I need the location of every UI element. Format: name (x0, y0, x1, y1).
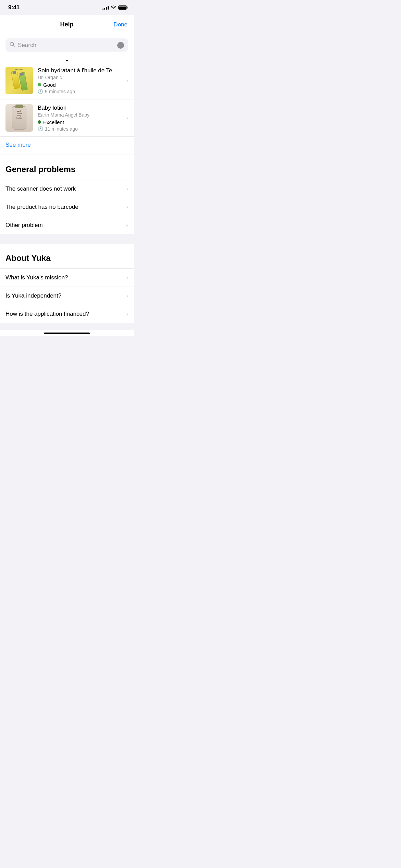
product-brand: Earth Mama Angel Baby (38, 112, 121, 118)
chevron-right-icon: › (126, 311, 128, 317)
chevron-right-icon: › (126, 77, 128, 84)
help-item-label: The scanner does not work (5, 185, 126, 192)
done-button[interactable]: Done (113, 21, 127, 28)
rating-dot-excellent (38, 120, 41, 124)
help-item-label: The product has no barcode (5, 204, 126, 210)
nav-bar: Help Done (0, 15, 134, 34)
product-item[interactable]: dr.organic Soin hydratant à l'huile de T… (0, 62, 134, 99)
product-name: Baby lotion (38, 105, 121, 111)
home-indicator (0, 330, 134, 336)
search-dot (117, 42, 124, 49)
product-info: Baby lotion Earth Mama Angel Baby Excell… (38, 105, 121, 132)
chevron-right-icon: › (126, 204, 128, 210)
product-image-dr-organic: dr.organic (5, 67, 33, 94)
chevron-right-icon: › (126, 274, 128, 281)
status-icons (102, 5, 127, 10)
clock-icon: 🕐 (38, 126, 43, 131)
top-separator (0, 58, 134, 62)
home-bar (44, 333, 90, 334)
page-title: Help (60, 21, 73, 28)
battery-icon (118, 5, 127, 10)
chevron-right-icon: › (126, 292, 128, 299)
section-title-yuka: About Yuka (0, 244, 134, 268)
product-rating: Good (38, 82, 121, 88)
wifi-icon (111, 5, 116, 10)
status-time: 9:41 (8, 4, 20, 11)
signal-icon (102, 5, 109, 10)
search-icon (10, 42, 15, 49)
rating-dot-good (38, 83, 41, 86)
chevron-right-icon: › (126, 114, 128, 121)
clock-icon: 🕐 (38, 89, 43, 94)
time-label: 9 minutes ago (45, 89, 75, 94)
about-yuka-section: About Yuka What is Yuka's mission? › Is … (0, 244, 134, 323)
see-more-link[interactable]: See more (5, 142, 31, 148)
help-item-label: Is Yuka independent? (5, 292, 126, 299)
help-item-financed[interactable]: How is the application financed? › (0, 305, 134, 323)
see-more-container: See more (0, 137, 134, 155)
product-rating: Excellent (38, 119, 121, 125)
product-time: 🕐 11 minutes ago (38, 126, 121, 132)
help-item-label: How is the application financed? (5, 311, 126, 317)
product-info: Soin hydratant à l'huile de Te... Dr. Or… (38, 67, 121, 94)
status-bar: 9:41 (0, 0, 134, 15)
search-container: Search (0, 34, 134, 58)
help-item-label: What is Yuka's mission? (5, 274, 126, 281)
rating-label: Good (43, 82, 56, 88)
chevron-right-icon: › (126, 185, 128, 192)
help-item-label: Other problem (5, 222, 126, 229)
help-item-barcode[interactable]: The product has no barcode › (0, 198, 134, 216)
section-title-general: General problems (0, 155, 134, 180)
help-item-independent[interactable]: Is Yuka independent? › (0, 287, 134, 305)
product-brand: Dr. Organic (38, 75, 121, 80)
search-bar[interactable]: Search (5, 38, 128, 52)
search-placeholder: Search (18, 42, 114, 49)
help-item-scanner[interactable]: The scanner does not work › (0, 180, 134, 198)
product-time: 🕐 9 minutes ago (38, 89, 121, 94)
help-item-mission[interactable]: What is Yuka's mission? › (0, 268, 134, 287)
general-problems-section: General problems The scanner does not wo… (0, 155, 134, 234)
product-list: dr.organic Soin hydratant à l'huile de T… (0, 62, 134, 137)
product-name: Soin hydratant à l'huile de Te... (38, 67, 121, 74)
rating-label: Excellent (43, 119, 64, 125)
product-image-earth-mama: earthmamaBabyLotion (5, 104, 33, 132)
help-item-other[interactable]: Other problem › (0, 216, 134, 234)
product-item[interactable]: earthmamaBabyLotion Baby lotion Earth Ma… (0, 99, 134, 137)
time-label: 11 minutes ago (45, 126, 78, 132)
chevron-right-icon: › (126, 222, 128, 229)
